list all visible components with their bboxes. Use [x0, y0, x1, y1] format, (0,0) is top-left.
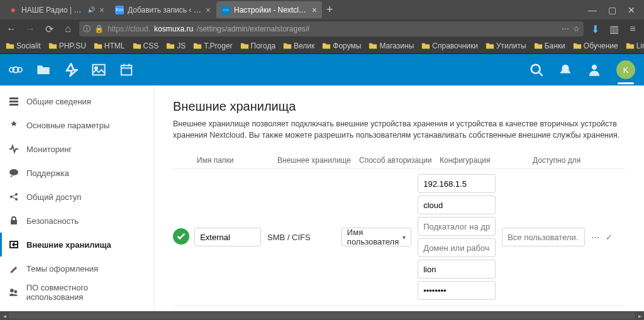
browser-titlebar: ◆ НАШЕ Радио | Онлайн-пла 🔊 × Km Добавит… [0, 0, 644, 19]
bookmark-item[interactable]: Справочники [419, 40, 480, 52]
contacts-icon[interactable] [587, 63, 601, 77]
url-protocol: https://cloud. [108, 25, 150, 33]
maximize-icon[interactable]: ▢ [608, 5, 616, 15]
bookmark-item[interactable]: Обучение [571, 40, 620, 52]
url-path: /settings/admin/externalstorages# [197, 25, 309, 33]
scroll-right-icon[interactable]: ▸ [635, 312, 644, 319]
notifications-icon[interactable] [558, 63, 572, 77]
folder-name-input[interactable] [194, 228, 261, 246]
sound-icon[interactable]: 🔊 [87, 6, 96, 14]
config-domain-input[interactable] [418, 238, 496, 257]
available-for-input[interactable] [502, 228, 585, 246]
col-avail: Доступно для [533, 156, 601, 165]
settings-sidebar: Общие сведения Основные параметры Монито… [0, 86, 154, 311]
nextcloud-logo-icon[interactable] [9, 63, 23, 77]
browser-tab[interactable]: ◆ НАШЕ Радио | Онлайн-пла 🔊 × [4, 1, 109, 18]
tab-title: НАШЕ Радио | Онлайн-пла [21, 6, 83, 14]
close-icon[interactable]: × [99, 5, 104, 15]
bookmark-item[interactable]: JS [164, 40, 187, 52]
page-description: Внешнее хранилище позволяет подключать в… [173, 119, 625, 141]
home-button[interactable]: ⌂ [60, 23, 75, 35]
app-header: K [0, 54, 644, 86]
activity-icon[interactable] [64, 63, 78, 77]
bookmark-item[interactable]: PHP.SU [47, 40, 88, 52]
storage-row: SMB / CIFS Имя пользователя▾ ⋯ ✓ [173, 169, 625, 306]
reload-button[interactable]: ⟳ [42, 23, 57, 35]
sidebar-item-external-storage[interactable]: Внешние хранилища [0, 233, 153, 257]
bookmark-item[interactable]: Банки [532, 40, 567, 52]
browser-scrollbar[interactable]: ◂ ▸ [0, 311, 644, 320]
more-icon[interactable]: ⋯ [562, 25, 569, 33]
search-icon[interactable] [530, 63, 543, 77]
col-foldername: Имя папки [197, 156, 277, 165]
bookmark-item[interactable]: Погода [238, 40, 278, 52]
url-input[interactable]: ⓘ 🔒 https://cloud.kosmuxa.ru/settings/ad… [79, 21, 584, 36]
bookmark-item[interactable]: Socialit [4, 40, 43, 52]
favicon-icon: ○○ [221, 6, 230, 14]
backend-label: SMB / CIFS [267, 228, 341, 246]
status-ok-icon [173, 228, 194, 246]
menu-button[interactable]: ≡ [625, 23, 640, 35]
browser-tab-active[interactable]: ○○ Настройки - Nextcloud × [216, 1, 322, 18]
gallery-icon[interactable] [92, 63, 106, 77]
config-share-input[interactable] [418, 196, 496, 214]
config-user-input[interactable] [418, 260, 496, 279]
sidebar-item-events[interactable]: События [0, 304, 153, 311]
svg-point-18 [14, 290, 17, 294]
content-area: Внешние хранилища Внешнее хранилище позв… [154, 86, 644, 311]
page-title: Внешние хранилища [173, 99, 625, 114]
sidebar-item-overview[interactable]: Общие сведения [0, 89, 153, 113]
minimize-icon[interactable]: — [588, 5, 597, 15]
add-storage-row: Добавить хранили▾ [173, 306, 625, 311]
sidebar-item-sharing[interactable]: Общий доступ [0, 185, 153, 209]
bookmark-item[interactable]: Магазины [367, 40, 416, 52]
auth-select[interactable]: Имя пользователя▾ [341, 228, 411, 246]
svg-rect-3 [92, 65, 104, 75]
svg-rect-10 [9, 104, 18, 106]
apply-icon[interactable]: ✓ [606, 233, 613, 242]
star-icon[interactable]: ☆ [573, 25, 580, 33]
svg-rect-9 [9, 101, 18, 102]
sidebar-item-groupware[interactable]: ПО совместного использования [0, 280, 153, 304]
sidebar-item-monitoring[interactable]: Мониторинг [0, 137, 153, 161]
browser-tab[interactable]: Km Добавить запись ‹ Kosmuxa.r… × [110, 1, 216, 18]
bookmark-item[interactable]: Велик [281, 40, 316, 52]
bookmark-item[interactable]: T.Proger [191, 40, 234, 52]
browser-addressbar: ← → ⟳ ⌂ ⓘ 🔒 https://cloud.kosmuxa.ru/set… [0, 19, 644, 38]
bookmark-item[interactable]: CSS [131, 40, 161, 52]
svg-point-11 [9, 169, 18, 175]
info-icon[interactable]: ⓘ [83, 24, 91, 35]
sidebar-item-basic[interactable]: Основные параметры [0, 113, 153, 137]
more-icon[interactable]: ⋯ [591, 233, 599, 242]
chevron-down-icon: ▾ [402, 234, 406, 241]
svg-rect-8 [9, 97, 18, 99]
bookmark-item[interactable]: Linux [624, 40, 644, 52]
sidebar-item-support[interactable]: Поддержка [0, 161, 153, 185]
new-tab-button[interactable]: + [326, 3, 333, 16]
svg-rect-15 [11, 220, 17, 224]
close-window-icon[interactable]: ✕ [628, 5, 635, 15]
lock-icon: 🔒 [94, 25, 104, 33]
config-host-input[interactable] [418, 174, 496, 193]
sidebar-item-theming[interactable]: Темы оформления [0, 257, 153, 280]
back-button[interactable]: ← [4, 23, 19, 35]
calendar-icon[interactable] [119, 63, 133, 77]
files-icon[interactable] [36, 63, 50, 77]
config-pass-input[interactable] [418, 281, 496, 300]
bookmark-item[interactable]: Утилиты [484, 40, 528, 52]
close-icon[interactable]: × [206, 5, 211, 15]
col-auth: Способ авторизации [359, 156, 440, 165]
sidebar-item-security[interactable]: Безопасность [0, 209, 153, 233]
scroll-left-icon[interactable]: ◂ [0, 312, 9, 319]
bookmark-item[interactable]: Форумы [320, 40, 363, 52]
svg-point-6 [531, 65, 540, 74]
close-icon[interactable]: × [312, 5, 317, 15]
forward-button[interactable]: → [23, 23, 38, 35]
config-subfolder-input[interactable] [418, 217, 496, 236]
avatar[interactable]: K [616, 60, 635, 79]
library-button[interactable]: ▥ [606, 23, 621, 35]
download-button[interactable]: ⬇ [587, 23, 602, 35]
tab-title: Настройки - Nextcloud [234, 6, 308, 14]
scroll-track[interactable] [9, 312, 635, 319]
bookmark-item[interactable]: HTML [92, 40, 127, 52]
